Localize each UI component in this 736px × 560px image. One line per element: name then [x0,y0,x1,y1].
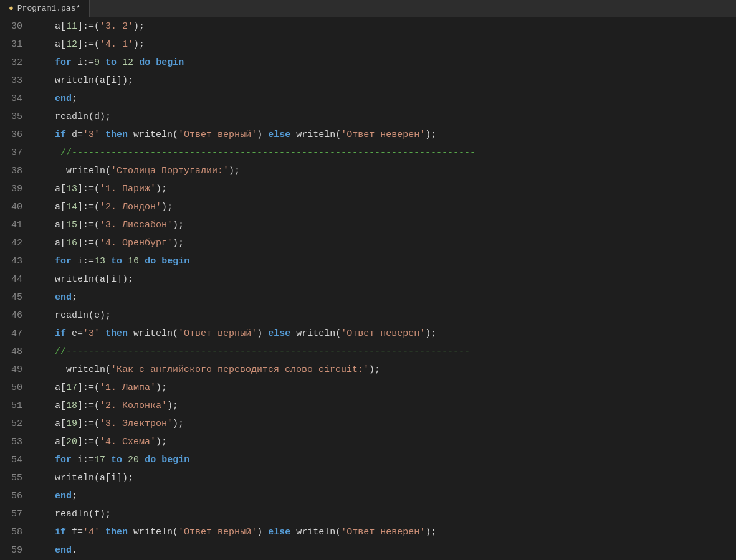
code-line: 50 a[17]:=('1. Лампа'); [0,379,736,397]
code-line: 43 for i:=13 to 16 do begin [0,252,736,270]
line-number: 42 [0,234,32,252]
line-content: writeln(a[i]); [32,72,736,90]
line-number: 34 [0,90,32,108]
line-content: if e='3' then writeln('Ответ верный') el… [32,325,736,343]
line-content: for i:=9 to 12 do begin [32,54,736,72]
line-content: readln(d); [32,108,736,126]
code-line: 31 a[12]:=('4. 1'); [0,36,736,54]
code-line: 54 for i:=17 to 20 do begin [0,451,736,469]
line-number: 38 [0,162,32,180]
code-line: 33 writeln(a[i]); [0,72,736,90]
line-content: a[13]:=('1. Париж'); [32,180,736,198]
code-line: 36 if d='3' then writeln('Ответ верный')… [0,126,736,144]
line-number: 41 [0,216,32,234]
line-number: 37 [0,144,32,162]
line-content: writeln(a[i]); [32,469,736,487]
line-content: readln(e); [32,306,736,325]
code-line: 32 for i:=9 to 12 do begin [0,54,736,72]
line-content: end; [32,487,736,505]
line-content: a[11]:=('3. 2'); [32,17,736,36]
code-line: 35 readln(d); [0,108,736,126]
tab-label: Program1.pas* [17,4,80,13]
line-content: end; [32,288,736,306]
line-content: a[12]:=('4. 1'); [32,36,736,54]
line-number: 46 [0,306,32,325]
line-number: 59 [0,541,32,559]
line-number: 35 [0,108,32,126]
code-line: 49 writeln('Как с английского переводитс… [0,361,736,379]
line-number: 39 [0,180,32,198]
line-content: a[15]:=('3. Лиссабон'); [32,216,736,234]
line-number: 56 [0,487,32,505]
code-line: 44 writeln(a[i]); [0,270,736,288]
line-number: 48 [0,343,32,361]
tab-bar: ● Program1.pas* [0,0,736,17]
line-number: 45 [0,288,32,306]
line-number: 53 [0,433,32,451]
line-content: //--------------------------------------… [32,144,736,162]
line-content: writeln('Столица Португалии:'); [32,162,736,180]
code-line: 41 a[15]:=('3. Лиссабон'); [0,216,736,234]
code-line: 40 a[14]:=('2. Лондон'); [0,198,736,216]
line-content: a[17]:=('1. Лампа'); [32,379,736,397]
code-line: 39 a[13]:=('1. Париж'); [0,180,736,198]
code-line: 38 writeln('Столица Португалии:'); [0,162,736,180]
line-number: 33 [0,72,32,90]
line-content: a[19]:=('3. Электрон'); [32,415,736,433]
line-number: 36 [0,126,32,144]
code-line: 47 if e='3' then writeln('Ответ верный')… [0,325,736,343]
line-number: 30 [0,17,32,36]
line-content: for i:=13 to 16 do begin [32,252,736,270]
file-tab[interactable]: ● Program1.pas* [0,0,90,17]
code-line: 30 a[11]:=('3. 2'); [0,17,736,36]
line-number: 51 [0,397,32,415]
code-line: 46 readln(e); [0,306,736,325]
code-line: 58 if f='4' then writeln('Ответ верный')… [0,523,736,541]
code-editor: 30 a[11]:=('3. 2');31 a[12]:=('4. 1');32… [0,17,736,559]
line-content: for i:=17 to 20 do begin [32,451,736,469]
code-line: 57 readln(f); [0,505,736,523]
line-number: 31 [0,36,32,54]
code-line: 42 a[16]:=('4. Оренбург'); [0,234,736,252]
line-content: a[20]:=('4. Схема'); [32,433,736,451]
code-line: 48 //-----------------------------------… [0,343,736,361]
line-content: end; [32,90,736,108]
line-content: readln(f); [32,505,736,523]
line-content: end. [32,541,736,559]
line-content: a[16]:=('4. Оренбург'); [32,234,736,252]
line-number: 40 [0,198,32,216]
line-number: 47 [0,325,32,343]
code-line: 52 a[19]:=('3. Электрон'); [0,415,736,433]
line-number: 55 [0,469,32,487]
line-number: 58 [0,523,32,541]
code-line: 56 end; [0,487,736,505]
line-content: writeln('Как с английского переводится с… [32,361,736,379]
code-line: 55 writeln(a[i]); [0,469,736,487]
line-number: 44 [0,270,32,288]
code-line: 34 end; [0,90,736,108]
line-number: 57 [0,505,32,523]
code-line: 53 a[20]:=('4. Схема'); [0,433,736,451]
line-number: 52 [0,415,32,433]
line-content: a[18]:=('2. Колонка'); [32,397,736,415]
line-content: a[14]:=('2. Лондон'); [32,198,736,216]
line-number: 32 [0,54,32,72]
code-line: 51 a[18]:=('2. Колонка'); [0,397,736,415]
code-line: 45 end; [0,288,736,306]
code-line: 59 end. [0,541,736,559]
line-number: 50 [0,379,32,397]
line-content: writeln(a[i]); [32,270,736,288]
line-content: if f='4' then writeln('Ответ верный') el… [32,523,736,541]
tab-modified-dot: ● [9,4,14,13]
line-number: 43 [0,252,32,270]
line-content: //--------------------------------------… [32,343,736,361]
code-line: 37 //-----------------------------------… [0,144,736,162]
line-content: if d='3' then writeln('Ответ верный') el… [32,126,736,144]
line-number: 54 [0,451,32,469]
line-number: 49 [0,361,32,379]
